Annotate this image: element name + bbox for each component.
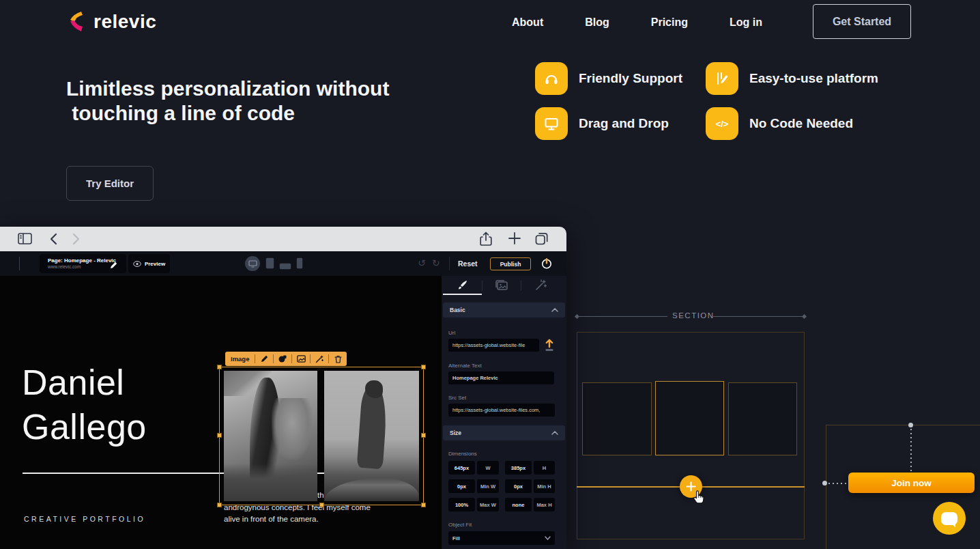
headset-icon: [535, 62, 568, 95]
edit-icon[interactable]: [255, 352, 273, 366]
tab-overview-icon[interactable]: [535, 232, 549, 248]
main-nav: About Blog Pricing Log in: [512, 16, 762, 29]
max-height-unit[interactable]: Max H: [534, 498, 555, 511]
device-phone-icon[interactable]: [296, 257, 303, 272]
chevron-up-icon: [551, 308, 558, 312]
height-input[interactable]: 385px: [505, 461, 532, 475]
feature-label: Friendly Support: [579, 71, 682, 86]
editor-canvas[interactable]: DanielGallego CREATIVE PORTFOLIO I'm a m…: [0, 276, 442, 549]
guide-line-horizontal: [828, 483, 849, 484]
sliders-pencil-icon: [706, 62, 738, 95]
resize-handle[interactable]: [421, 365, 426, 369]
size-section-header[interactable]: Size: [443, 425, 565, 440]
resize-handle[interactable]: [421, 433, 426, 438]
srcset-label: Src Set: [448, 395, 466, 401]
power-icon[interactable]: [541, 258, 552, 272]
max-width-unit[interactable]: Max W: [477, 498, 499, 511]
resize-handle[interactable]: [217, 365, 222, 369]
selected-image-element[interactable]: [219, 367, 424, 505]
page: relevic About Blog Pricing Log in Get St…: [0, 0, 980, 549]
nav-pricing[interactable]: Pricing: [651, 16, 688, 29]
srcset-input[interactable]: https://assets-global.website-files.com,: [448, 404, 555, 417]
portfolio-heading: DanielGallego: [22, 361, 147, 449]
object-fit-label: Object Fit: [448, 522, 472, 528]
preview-button[interactable]: Preview: [128, 254, 170, 273]
feature-label: Drag and Drop: [579, 116, 669, 131]
min-width-unit[interactable]: Min W: [477, 479, 499, 493]
delete-icon[interactable]: [329, 352, 347, 366]
try-editor-button[interactable]: Try Editor: [66, 166, 154, 201]
chevron-up-icon: [551, 431, 558, 435]
tab-style-brush-icon[interactable]: [457, 279, 468, 294]
size-section-label: Size: [450, 430, 461, 436]
tab-divider: [482, 281, 482, 291]
forward-icon[interactable]: [72, 233, 81, 248]
resize-handle[interactable]: [217, 433, 222, 438]
max-width-input[interactable]: 100%: [448, 498, 475, 511]
preview-label: Preview: [145, 261, 165, 267]
wireframe-card[interactable]: [728, 382, 797, 455]
feature-friendly-support: Friendly Support: [535, 62, 706, 95]
monitor-icon: [535, 107, 568, 140]
join-now-button[interactable]: Join now: [848, 473, 975, 493]
min-height-input[interactable]: 0px: [505, 479, 532, 493]
undo-icon[interactable]: ↺: [418, 258, 426, 268]
section-rule-right: [713, 316, 804, 317]
wireframe-card-selected[interactable]: [655, 381, 724, 455]
resize-handle[interactable]: [217, 503, 222, 507]
redo-icon[interactable]: ↻: [432, 258, 440, 268]
edit-page-icon[interactable]: [110, 259, 117, 272]
back-icon[interactable]: [49, 233, 57, 248]
share-icon[interactable]: [480, 231, 492, 249]
chat-widget-button[interactable]: [933, 502, 966, 535]
feature-label: Easy-to-use platform: [749, 71, 878, 86]
replace-image-icon[interactable]: [292, 352, 310, 366]
tab-image-icon[interactable]: [495, 280, 508, 293]
page-selector[interactable]: Page: Homepage - Relevic www.relevic.com: [40, 254, 126, 273]
url-input[interactable]: https://assets-global.website-file: [448, 339, 539, 352]
alt-text-label: Alternate Text: [448, 363, 482, 369]
resize-handle[interactable]: [421, 503, 426, 507]
nav-about[interactable]: About: [512, 16, 543, 29]
active-tab-underline: [443, 294, 482, 295]
height-unit[interactable]: H: [534, 461, 555, 475]
min-width-input[interactable]: 0px: [448, 479, 475, 493]
mask-icon[interactable]: [274, 352, 291, 366]
max-height-input[interactable]: none: [505, 498, 532, 511]
min-height-unit[interactable]: Min H: [534, 479, 555, 493]
dimensions-label: Dimensions: [448, 451, 477, 457]
get-started-button[interactable]: Get Started: [813, 4, 911, 39]
guide-dot: [908, 423, 913, 427]
url-label: Url: [448, 330, 455, 336]
section-label: SECTION: [672, 311, 715, 320]
feature-easy-platform: Easy-to-use platform: [706, 62, 878, 95]
publish-button[interactable]: Publish: [490, 257, 531, 270]
resize-handle[interactable]: [319, 503, 324, 507]
device-desktop-icon[interactable]: [245, 256, 260, 271]
sidebar-toggle-icon[interactable]: [18, 233, 32, 247]
nav-login[interactable]: Log in: [730, 16, 762, 29]
object-fit-select[interactable]: Fill: [448, 531, 555, 545]
alt-text-input[interactable]: Homepage Relevic: [448, 371, 554, 384]
new-tab-icon[interactable]: [508, 231, 521, 248]
reset-button[interactable]: Reset: [458, 259, 478, 268]
width-input[interactable]: 645px: [448, 461, 475, 475]
eye-icon: [133, 257, 141, 270]
tab-effects-wand-icon[interactable]: [535, 279, 547, 294]
logo[interactable]: relevic: [66, 9, 156, 35]
hero-title-line2: touching a line of code: [66, 102, 295, 124]
tab-divider: [521, 281, 521, 291]
width-unit[interactable]: W: [477, 461, 499, 475]
device-tablet-landscape-icon[interactable]: [279, 260, 291, 272]
element-type-label: Image: [225, 355, 255, 363]
wireframe-card[interactable]: [582, 382, 652, 455]
chat-bubble-icon: [941, 512, 957, 525]
hand-cursor-icon: [691, 488, 706, 507]
magic-wand-icon[interactable]: [311, 352, 328, 366]
portfolio-tagline: CREATIVE PORTFOLIO: [24, 515, 145, 523]
device-tablet-icon[interactable]: [265, 257, 274, 272]
upload-icon[interactable]: [544, 338, 555, 355]
nav-blog[interactable]: Blog: [585, 16, 609, 29]
guide-dot: [822, 481, 827, 485]
basic-section-header[interactable]: Basic: [443, 302, 565, 318]
